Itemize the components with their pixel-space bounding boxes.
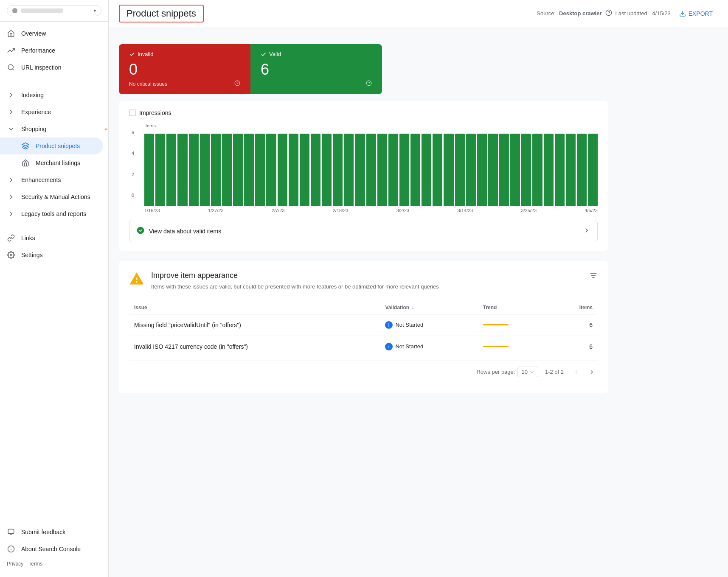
- valid-help-icon[interactable]: [366, 80, 372, 87]
- sidebar-item-shopping[interactable]: Shopping: [0, 120, 103, 137]
- sidebar-item-product-snippets[interactable]: Product snippets: [0, 137, 103, 154]
- warning-icon: [129, 271, 144, 286]
- sidebar-item-label: Overview: [21, 30, 46, 37]
- footer-terms-link[interactable]: Terms: [28, 561, 42, 567]
- sidebar-item-url-inspection[interactable]: URL inspection: [0, 59, 103, 76]
- chart-items-label: Items: [144, 123, 598, 128]
- sidebar-item-experience[interactable]: Experience: [0, 104, 103, 120]
- cell-validation: iNot Started: [380, 336, 478, 357]
- sidebar-item-overview[interactable]: Overview: [0, 25, 103, 42]
- search-icon: [7, 63, 15, 72]
- chart-x-label: 1/16/23: [144, 208, 160, 213]
- improve-description: Items with these issues are valid, but c…: [151, 283, 439, 291]
- main-content: Product snippets Source: Desktop crawler…: [109, 0, 728, 577]
- sidebar-item-label: Submit feedback: [21, 529, 65, 535]
- chevron-right-icon: [7, 210, 15, 218]
- chart-bar: [466, 134, 476, 206]
- chart-bar: [444, 134, 453, 206]
- valid-items-label: View data about valid items: [149, 228, 221, 235]
- invalid-sub-label: No critical issues: [129, 81, 167, 87]
- cell-trend: [478, 314, 550, 336]
- last-updated-value: 4/15/23: [652, 10, 670, 17]
- chart-x-label: 2/7/23: [272, 208, 285, 213]
- col-items: Items: [550, 301, 598, 314]
- chart-bar: [222, 134, 232, 206]
- sidebar-item-indexing[interactable]: Indexing: [0, 87, 103, 104]
- col-validation[interactable]: Validation ↓: [380, 301, 478, 314]
- chart-bar: [366, 134, 376, 206]
- chart-bar: [566, 134, 576, 206]
- export-label: EXPORT: [689, 10, 713, 17]
- sidebar-item-security[interactable]: Security & Manual Actions: [0, 188, 103, 205]
- chart-bar: [300, 134, 309, 206]
- sidebar-item-enhancements[interactable]: Enhancements: [0, 171, 103, 188]
- chart-bar: [510, 134, 520, 206]
- sidebar-item-label: About Search Console: [21, 546, 81, 552]
- invalid-card-label: Invalid: [129, 51, 240, 57]
- chart-bar: [410, 134, 420, 206]
- home-icon: [7, 29, 15, 38]
- rows-per-page-value: 10: [521, 369, 527, 375]
- layers-icon: [21, 142, 30, 150]
- col-trend: Trend: [478, 301, 550, 314]
- top-bar-right: Source: Desktop crawler Last updated: 4/…: [537, 7, 718, 20]
- sidebar-item-about[interactable]: About Search Console: [0, 541, 103, 557]
- chart-bar: [521, 134, 531, 206]
- next-page-button[interactable]: [586, 366, 598, 378]
- source-label: Source:: [537, 10, 556, 17]
- cell-items: 6: [550, 314, 598, 336]
- footer-links: Privacy Terms: [0, 557, 108, 570]
- gear-icon: [7, 251, 15, 259]
- chart-bar: [266, 134, 276, 206]
- chart-bar: [278, 134, 287, 206]
- trending-up-icon: [7, 46, 15, 55]
- footer-privacy-link[interactable]: Privacy: [7, 561, 23, 567]
- chart-x-label: 1/27/23: [208, 208, 224, 213]
- chart-wrapper: Items 6 4 2 0 1/16/231/27/232/7/232/18/2…: [129, 123, 598, 213]
- chart-bar: [544, 134, 554, 206]
- improve-header-left: Improve item appearance Items with these…: [129, 271, 439, 291]
- invalid-sub: No critical issues: [129, 80, 240, 87]
- table-header-row: Issue Validation ↓ Trend Items: [129, 301, 598, 314]
- chart-bar: [244, 134, 254, 206]
- property-selector[interactable]: ▾: [7, 5, 101, 16]
- nav-divider-1: [7, 83, 101, 83]
- chart-bar: [422, 134, 431, 206]
- chevron-right-icon: [7, 176, 15, 184]
- chart-bar: [433, 134, 442, 206]
- sidebar-item-settings[interactable]: Settings: [0, 246, 103, 263]
- table-row[interactable]: Invalid ISO 4217 currency code (in "offe…: [129, 336, 598, 357]
- chart-grid: 6 4 2 0: [144, 130, 598, 206]
- sidebar-item-legacy[interactable]: Legacy tools and reports: [0, 205, 103, 222]
- sidebar-item-performance[interactable]: Performance: [0, 42, 103, 59]
- sidebar-item-label: Security & Manual Actions: [21, 193, 90, 200]
- sidebar-item-label: Enhancements: [21, 176, 61, 183]
- prev-page-button[interactable]: [571, 366, 582, 378]
- last-updated-label: Last updated:: [616, 10, 649, 17]
- info-icon: [7, 545, 15, 553]
- improve-text-block: Improve item appearance Items with these…: [151, 271, 439, 291]
- sidebar-item-submit-feedback[interactable]: Submit feedback: [0, 524, 103, 541]
- trend-line: [483, 346, 509, 347]
- chart-x-label: 3/25/23: [521, 208, 537, 213]
- table-row[interactable]: Missing field "priceValidUntil" (in "off…: [129, 314, 598, 336]
- impressions-checkbox[interactable]: [129, 109, 136, 116]
- issues-table: Issue Validation ↓ Trend Items: [129, 301, 598, 357]
- export-button[interactable]: EXPORT: [674, 7, 718, 20]
- top-bar: Product snippets Source: Desktop crawler…: [109, 0, 728, 27]
- sidebar-item-label: Performance: [21, 47, 55, 54]
- valid-items-link[interactable]: View data about valid items: [129, 220, 598, 242]
- chart-bar: [588, 134, 598, 206]
- impressions-toggle[interactable]: Impressions: [129, 109, 598, 116]
- cell-items: 6: [550, 336, 598, 357]
- sidebar-item-links[interactable]: Links: [0, 230, 103, 246]
- help-icon[interactable]: [605, 9, 612, 17]
- chart-bar: [355, 134, 365, 206]
- svg-line-1: [12, 69, 14, 70]
- sidebar-item-label: Product snippets: [36, 143, 80, 149]
- invalid-help-icon[interactable]: [234, 80, 240, 87]
- filter-icon[interactable]: [589, 271, 598, 282]
- sidebar-item-merchant-listings[interactable]: Merchant listings: [0, 154, 103, 171]
- col-issue: Issue: [129, 301, 380, 314]
- rows-per-page-select[interactable]: 10: [517, 367, 538, 377]
